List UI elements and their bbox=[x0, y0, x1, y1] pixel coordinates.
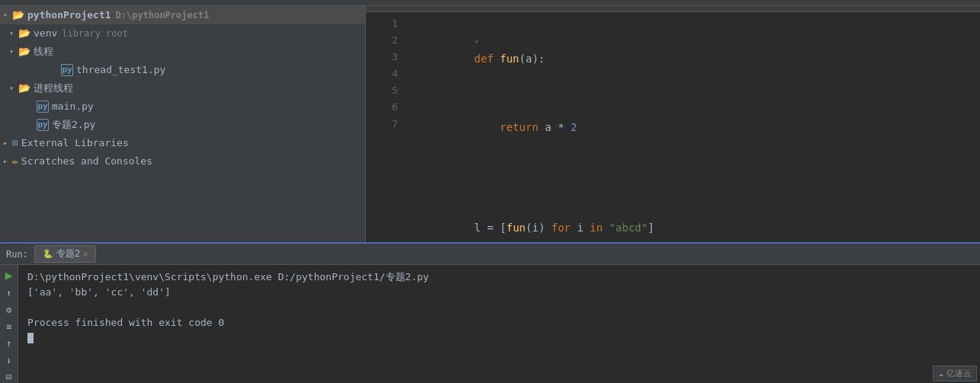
fn-fun: fun bbox=[500, 53, 519, 65]
sidebar-item-scratches[interactable]: ✏ Scratches and Consoles bbox=[0, 152, 365, 171]
output-empty bbox=[27, 300, 971, 315]
process-folder-arrow bbox=[9, 81, 18, 96]
cursor bbox=[27, 333, 34, 343]
kw-for: for bbox=[551, 222, 577, 234]
project-path: D:\pythonProject1 bbox=[116, 8, 210, 23]
line-num-2: 2 bbox=[372, 32, 398, 49]
thread-folder-arrow bbox=[9, 44, 18, 59]
ext-lib-arrow bbox=[3, 136, 12, 151]
run-play-icon[interactable]: ▶ bbox=[2, 268, 16, 282]
fn-fun2: fun bbox=[506, 222, 525, 234]
paren2: ( bbox=[526, 222, 532, 234]
scratches-label: Scratches and Consoles bbox=[21, 154, 152, 169]
bracket-close: ] bbox=[648, 222, 654, 234]
run-minus-icon[interactable]: ⊟ bbox=[2, 372, 16, 382]
editor-tabs bbox=[366, 6, 980, 12]
main-area: 📂 pythonProject1 D:\pythonProject1 📂 ven… bbox=[0, 6, 980, 242]
kw-def: def bbox=[474, 53, 500, 65]
line-numbers: 1 2 3 4 5 6 7 bbox=[366, 15, 404, 239]
output-process: Process finished with exit code 0 bbox=[27, 315, 971, 330]
run-tab-label: 专题2 bbox=[56, 247, 80, 260]
output-result: ['aa', 'bb', 'cc', 'dd'] bbox=[27, 285, 971, 300]
main-py-icon: py bbox=[37, 101, 49, 113]
project-name: pythonProject1 bbox=[27, 8, 111, 23]
num-2: 2 bbox=[571, 121, 577, 133]
editor-area: 1 2 3 4 5 6 7 ▾ def fun(a): ▾ return a *… bbox=[366, 6, 980, 242]
code-line-2: ▾ return a * 2 bbox=[410, 84, 974, 152]
sidebar-item-process-folder[interactable]: 📂 进程线程 bbox=[0, 79, 365, 97]
run-up-icon[interactable]: ↑ bbox=[2, 288, 16, 298]
sidebar-item-main[interactable]: py main.py bbox=[0, 97, 365, 116]
run-output: D:\pythonProject1\venv\Scripts\python.ex… bbox=[18, 265, 980, 383]
process-folder-label: 进程线程 bbox=[34, 81, 73, 96]
run-label: Run: bbox=[6, 249, 28, 260]
topic2-label: 专题2.py bbox=[52, 117, 95, 132]
op-eq: = bbox=[487, 222, 500, 234]
line-num-1: 1 bbox=[372, 15, 398, 32]
var-a: a bbox=[545, 121, 558, 133]
venv-label: venv bbox=[34, 26, 57, 41]
paren-close: ): bbox=[532, 53, 545, 65]
kw-return: return bbox=[474, 121, 545, 133]
run-tab-topic2[interactable]: 🐍 专题2 × bbox=[34, 245, 96, 263]
run-tab-close[interactable]: × bbox=[83, 250, 88, 258]
code-line-3 bbox=[410, 152, 974, 169]
project-arrow bbox=[3, 8, 12, 23]
code-line-1: ▾ def fun(a): bbox=[410, 15, 974, 84]
thread-test-label: thread_test1.py bbox=[76, 62, 165, 78]
ext-lib-label: External Libraries bbox=[21, 136, 129, 151]
main-label: main.py bbox=[52, 99, 94, 114]
paren-open: ( bbox=[519, 53, 525, 65]
venv-sublabel: library root bbox=[62, 26, 128, 41]
line-num-5: 5 bbox=[372, 82, 398, 99]
sidebar-item-venv[interactable]: 📂 venv library root bbox=[0, 24, 365, 43]
run-tab-bar: Run: 🐍 专题2 × bbox=[0, 244, 980, 265]
run-panel-body: ▶ ↑ ⚙ ≡ ↑ ↓ ⊟ 🗑 D:\pythonProject1\venv\S… bbox=[0, 265, 980, 383]
scratches-arrow bbox=[3, 154, 12, 169]
run-scroll-down-icon[interactable]: ↓ bbox=[2, 355, 16, 365]
code-content: 1 2 3 4 5 6 7 ▾ def fun(a): ▾ return a *… bbox=[366, 12, 980, 242]
sidebar: 📂 pythonProject1 D:\pythonProject1 📂 ven… bbox=[0, 6, 366, 242]
venv-arrow bbox=[9, 26, 18, 41]
sidebar-item-thread-folder[interactable]: 📂 线程 bbox=[0, 43, 365, 61]
line-num-7: 7 bbox=[372, 116, 398, 132]
code-line-5: l = [fun(i) for i in "abcd"] bbox=[410, 186, 974, 239]
thread-py-icon: py bbox=[61, 64, 73, 76]
top-toolbar bbox=[0, 0, 980, 6]
op-mul: * bbox=[558, 121, 571, 133]
line-num-6: 6 bbox=[372, 99, 398, 116]
output-command: D:\pythonProject1\venv\Scripts\python.ex… bbox=[27, 270, 971, 285]
run-scroll-up-icon[interactable]: ↑ bbox=[2, 338, 16, 349]
run-menu-icon[interactable]: ≡ bbox=[2, 321, 16, 332]
watermark-text: 亿速云 bbox=[946, 368, 972, 379]
run-left-toolbar: ▶ ↑ ⚙ ≡ ↑ ↓ ⊟ 🗑 bbox=[0, 265, 18, 383]
code-editor[interactable]: ▾ def fun(a): ▾ return a * 2 l = [fun(i)… bbox=[404, 15, 980, 239]
line-num-4: 4 bbox=[372, 65, 398, 82]
param-a: a bbox=[526, 53, 532, 65]
run-panel: Run: 🐍 专题2 × ▶ ↑ ⚙ ≡ ↑ ↓ ⊟ 🗑 D:\pythonPr… bbox=[0, 242, 980, 383]
line-num-3: 3 bbox=[372, 49, 398, 65]
run-settings-icon[interactable]: ⚙ bbox=[2, 305, 16, 315]
paren3: ) bbox=[539, 222, 552, 234]
var-l: l bbox=[474, 222, 487, 234]
watermark: ☁ 亿速云 bbox=[933, 365, 977, 381]
kw-in: in bbox=[590, 222, 609, 234]
thread-folder-label: 线程 bbox=[34, 44, 53, 59]
var-i2: i bbox=[577, 222, 590, 234]
topic2-py-icon: py bbox=[37, 119, 49, 131]
watermark-icon: ☁ bbox=[938, 369, 943, 378]
code-line-4 bbox=[410, 169, 974, 186]
fold-icon-1[interactable]: ▾ bbox=[474, 37, 479, 46]
str-abcd: "abcd" bbox=[609, 222, 648, 234]
var-i: i bbox=[532, 222, 538, 234]
project-root-item[interactable]: 📂 pythonProject1 D:\pythonProject1 bbox=[0, 6, 365, 24]
sidebar-item-topic2[interactable]: py 专题2.py bbox=[0, 116, 365, 134]
output-cursor-line bbox=[27, 330, 971, 346]
sidebar-item-thread-test[interactable]: py thread_test1.py bbox=[0, 61, 365, 79]
sidebar-item-ext-lib[interactable]: ⊞ External Libraries bbox=[0, 134, 365, 152]
